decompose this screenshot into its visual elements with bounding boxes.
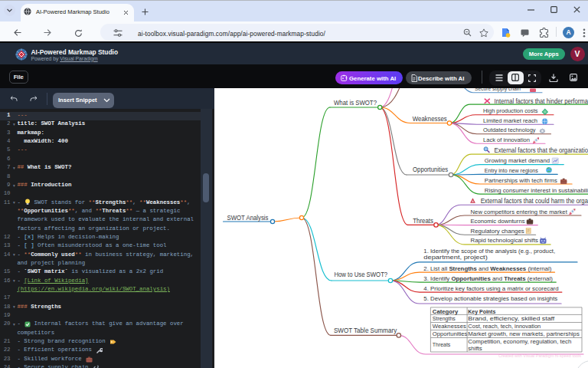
svg-text:Rising consumer interest in su: Rising consumer interest in sustainabili [485, 187, 588, 194]
svg-text:Growing market demand: Growing market demand [485, 157, 550, 164]
svg-text:Threats: Threats [413, 217, 433, 225]
svg-text:What is SWOT?: What is SWOT? [334, 99, 377, 107]
svg-text:High production costs: High production costs [483, 107, 538, 114]
svg-text:Economic downturns: Economic downturns [471, 218, 525, 225]
svg-text:department, project): department, project) [423, 254, 488, 261]
svg-text:Competition, economy, regulati: Competition, economy, regulation, tech [468, 338, 571, 345]
svg-text:Internal factors that hinder p: Internal factors that hinder performa [495, 97, 588, 105]
svg-text:Outdated technology: Outdated technology [483, 127, 536, 133]
svg-text:Rapid technological shifts: Rapid technological shifts [471, 237, 539, 244]
svg-text:Weaknesses: Weaknesses [433, 323, 466, 330]
svg-text:Weaknesses: Weaknesses [413, 115, 448, 123]
svg-text:Threats: Threats [433, 341, 451, 348]
svg-text:SWOT Table Summary: SWOT Table Summary [334, 327, 397, 334]
svg-text:Regulatory changes: Regulatory changes [471, 228, 524, 235]
svg-text:Partnerships with tech firms: Partnerships with tech firms [485, 177, 557, 184]
svg-text:SWOT Analysis: SWOT Analysis [227, 214, 270, 222]
svg-text:5. Develop actionable strategi: 5. Develop actionable strategies based o… [423, 295, 557, 302]
svg-text:Category: Category [433, 308, 459, 315]
svg-text:4. Prioritize key factors usin: 4. Prioritize key factors using a matrix… [423, 285, 558, 292]
svg-text:New competitors entering the m: New competitors entering the market [471, 209, 568, 215]
svg-text:Limited market reach: Limited market reach [483, 117, 537, 124]
svg-text:Opportunities: Opportunities [413, 166, 449, 173]
svg-text:Created with Visual Paradigm h: Created with Visual Paradigm hi-speed to… [498, 353, 581, 358]
svg-text:2. List all Strengths and Weak: 2. List all Strengths and Weaknesses (in… [423, 265, 551, 272]
svg-text:Strengths: Strengths [433, 315, 456, 322]
svg-text:Key Points: Key Points [468, 308, 496, 315]
svg-text:Entry into new regions: Entry into new regions [485, 167, 538, 174]
svg-text:Brand, efficiency, skilled sta: Brand, efficiency, skilled staff [468, 315, 555, 322]
svg-text:Opportunities: Opportunities [433, 330, 468, 337]
svg-text:External factors that the orga: External factors that the organizatio [495, 146, 588, 154]
svg-text:How to Use SWOT?: How to Use SWOT? [334, 271, 387, 278]
svg-text:Market growth, new markets, pa: Market growth, new markets, partnerships [468, 330, 580, 337]
svg-text:shifts: shifts [468, 345, 482, 352]
svg-text:Lack of innovation: Lack of innovation [483, 136, 530, 143]
svg-text:External factors that could ha: External factors that could harm the org… [481, 197, 588, 205]
svg-text:Cost, reach, tech, innovation: Cost, reach, tech, innovation [468, 323, 541, 330]
svg-text:3. Identify Opportunities and: 3. Identify Opportunities and Threats (e… [423, 275, 553, 282]
svg-text:Secure supply chain: Secure supply chain [475, 88, 521, 92]
